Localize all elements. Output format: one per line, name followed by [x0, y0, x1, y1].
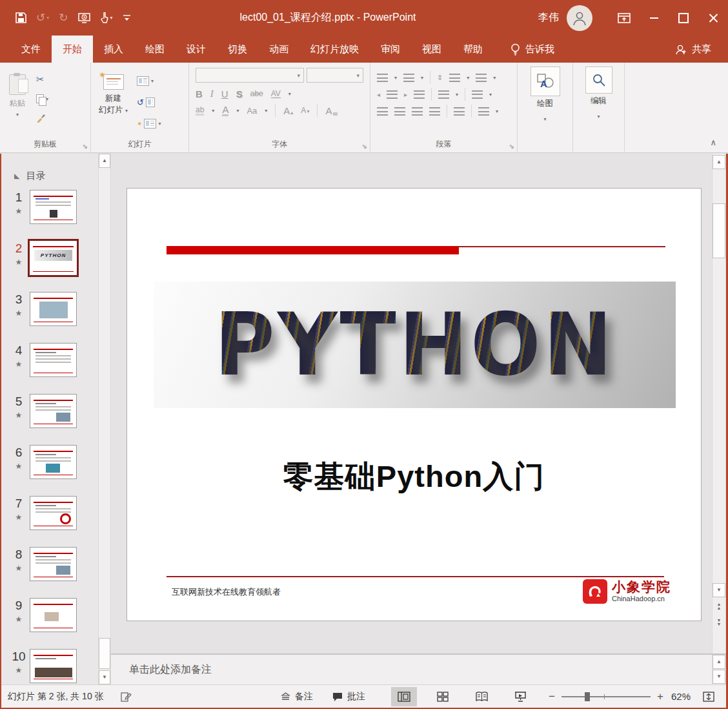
columns-dropdown-icon[interactable]: ▾: [456, 92, 458, 98]
animation-star-icon[interactable]: ★: [15, 360, 23, 369]
redo-icon[interactable]: ↻: [59, 12, 68, 23]
clear-formatting-button[interactable]: A: [325, 106, 338, 116]
slide-sorter-view-button[interactable]: [430, 687, 456, 706]
layout-dropdown-icon[interactable]: ▾: [151, 78, 154, 84]
font-size-dropdown-icon[interactable]: ▾: [356, 72, 363, 79]
editor-scroll-down-button[interactable]: ▼: [713, 583, 725, 597]
bullets-button[interactable]: [377, 74, 388, 82]
underline-button[interactable]: U: [221, 89, 228, 99]
line-spacing-button[interactable]: [449, 74, 460, 82]
ribbon-display-options-button[interactable]: [609, 0, 639, 36]
avatar[interactable]: [567, 5, 592, 31]
slide-thumbnail[interactable]: [30, 598, 77, 632]
previous-slide-button[interactable]: ▲▲: [713, 602, 725, 610]
align-text-button[interactable]: [472, 90, 483, 99]
bullets-dropdown-icon[interactable]: ▾: [394, 75, 397, 81]
slide-thumbnail-item-6[interactable]: 6★: [8, 445, 98, 479]
zoom-slider[interactable]: [561, 696, 651, 697]
columns-button[interactable]: [438, 90, 449, 99]
slide-thumbnail-item-5[interactable]: 5★: [8, 394, 98, 428]
change-case-button[interactable]: Aa: [247, 107, 257, 115]
slide-thumbnail-item-7[interactable]: 7★: [8, 496, 98, 530]
numbering-dropdown-icon[interactable]: ▾: [421, 75, 423, 81]
slide-thumbnail[interactable]: [30, 649, 77, 683]
smartart-convert-button[interactable]: [478, 107, 489, 116]
smartart-dropdown-icon[interactable]: ▾: [496, 108, 498, 114]
zoom-in-button[interactable]: +: [657, 690, 663, 703]
thumbnail-scroll-up-button[interactable]: ▲: [99, 154, 110, 168]
editing-button[interactable]: [585, 67, 612, 94]
character-spacing-dropdown-icon[interactable]: ▾: [288, 91, 291, 97]
animation-star-icon[interactable]: ★: [15, 309, 23, 318]
slide-thumbnail-item-10[interactable]: 10★: [8, 649, 98, 683]
maximize-button[interactable]: [669, 0, 698, 36]
copy-button[interactable]: ▾: [34, 91, 51, 107]
bold-button[interactable]: B: [196, 89, 203, 99]
slide-thumbnail[interactable]: [30, 343, 77, 377]
reading-view-button[interactable]: [469, 687, 494, 706]
slide-thumbnail[interactable]: [30, 190, 77, 224]
section-button[interactable]: ✶▾: [134, 116, 163, 131]
tab-8[interactable]: 审阅: [370, 36, 411, 63]
touch-mode-icon[interactable]: ▾: [100, 12, 113, 23]
share-button[interactable]: 共享: [675, 36, 711, 63]
font-dialog-launcher[interactable]: ⇘: [362, 143, 367, 150]
align-left-button[interactable]: [377, 107, 388, 116]
paragraph-dialog-launcher[interactable]: ⇘: [509, 143, 514, 150]
change-case-dropdown-icon[interactable]: ▾: [265, 108, 267, 114]
reset-slide-button[interactable]: ↺: [134, 94, 163, 110]
drawing-button[interactable]: A: [531, 67, 560, 96]
slide-layout-button[interactable]: ▾: [134, 73, 163, 88]
editor-scroll-up-button[interactable]: ▲: [713, 155, 725, 169]
slide-thumbnail-item-8[interactable]: 8★: [8, 547, 98, 581]
section-header[interactable]: ◣ 目录: [14, 170, 98, 182]
notes-scrollbar[interactable]: ▲ ▼: [712, 655, 726, 684]
undo-dropdown-icon[interactable]: ▾: [46, 15, 49, 21]
paste-button[interactable]: 粘贴 ▾: [9, 69, 26, 126]
slide-thumbnail-item-1[interactable]: 1★: [8, 190, 98, 224]
animation-star-icon[interactable]: ★: [15, 513, 23, 522]
slideshow-view-button[interactable]: [507, 687, 533, 706]
new-slide-dropdown-icon[interactable]: ▾: [125, 108, 128, 114]
minimize-button[interactable]: [639, 0, 669, 36]
format-painter-button[interactable]: [34, 110, 51, 126]
slide-thumbnail-item-2[interactable]: 2★PYTHON: [8, 241, 98, 275]
user-name[interactable]: 李伟: [538, 11, 559, 25]
clipboard-dialog-launcher[interactable]: ⇘: [83, 143, 88, 150]
new-slide-button[interactable]: ✶ 新建 幻灯片 ▾: [99, 69, 128, 131]
proofing-button[interactable]: [121, 692, 132, 702]
tab-2[interactable]: 插入: [93, 36, 134, 63]
python-banner-image[interactable]: PYTHON: [154, 282, 676, 408]
slide-thumbnail[interactable]: [30, 445, 77, 479]
align-text-dropdown-icon[interactable]: ▾: [489, 92, 492, 98]
font-name-combobox[interactable]: ▾: [196, 68, 304, 83]
highlight-dropdown-icon[interactable]: ▾: [212, 108, 214, 114]
undo-icon[interactable]: ↺▾: [36, 12, 49, 23]
save-icon[interactable]: [15, 12, 26, 23]
animation-star-icon[interactable]: ★: [15, 615, 23, 624]
slide-title[interactable]: 零基础Python入门: [127, 457, 701, 497]
slide-thumbnail-item-4[interactable]: 4★: [8, 343, 98, 377]
drawing-dropdown-icon[interactable]: ▾: [543, 116, 546, 122]
shrink-font-button[interactable]: A▾: [301, 107, 309, 114]
notes-toggle-button[interactable]: 备注: [281, 691, 313, 703]
next-slide-button[interactable]: ▼▼: [713, 619, 725, 626]
tab-4[interactable]: 设计: [176, 36, 217, 63]
slide-thumbnail[interactable]: [30, 547, 77, 581]
editor-scrollbar-thumb[interactable]: [713, 203, 725, 258]
notes-placeholder[interactable]: 单击此处添加备注: [129, 663, 212, 677]
slide-thumbnail-item-3[interactable]: 3★: [8, 292, 98, 326]
font-color-dropdown-icon[interactable]: ▾: [236, 108, 239, 114]
comments-toggle-button[interactable]: 批注: [332, 691, 365, 703]
grow-font-button[interactable]: A▴: [283, 106, 293, 116]
increase-indent-button[interactable]: [414, 90, 425, 99]
tab-6[interactable]: 动画: [258, 36, 299, 63]
animation-star-icon[interactable]: ★: [15, 666, 23, 675]
animation-star-icon[interactable]: ★: [15, 258, 23, 267]
notes-pane[interactable]: 单击此处添加备注: [111, 655, 712, 684]
animation-star-icon[interactable]: ★: [15, 564, 23, 573]
numbering-button[interactable]: [403, 74, 414, 82]
start-slideshow-icon[interactable]: [78, 13, 90, 23]
animation-star-icon[interactable]: ★: [15, 411, 23, 420]
text-direction-button[interactable]: [476, 74, 487, 82]
